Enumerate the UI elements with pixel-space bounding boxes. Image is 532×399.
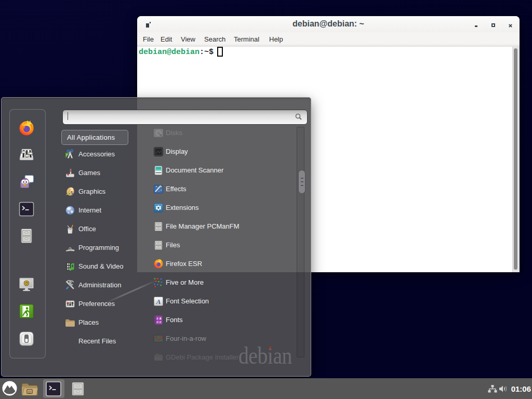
svg-text:A: A — [156, 298, 161, 305]
svg-text:a: a — [156, 320, 158, 324]
svg-text:a: a — [159, 320, 162, 324]
svg-text:D: D — [28, 390, 31, 394]
